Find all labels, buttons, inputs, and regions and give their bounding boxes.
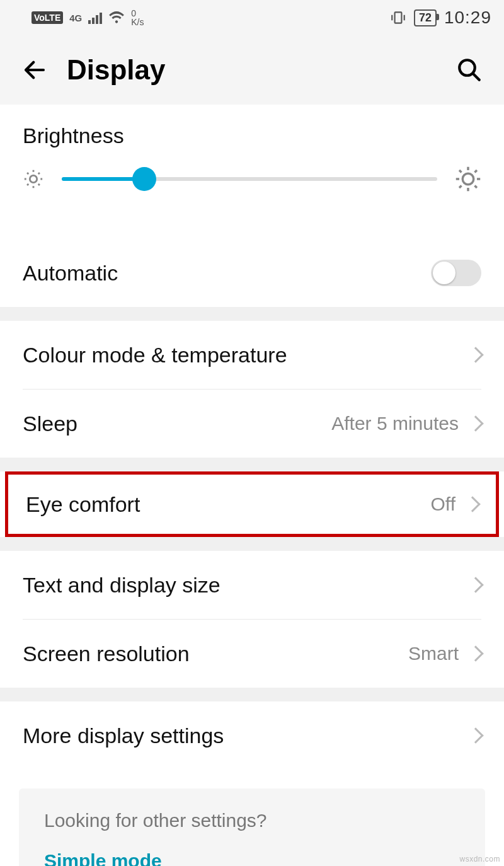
chevron-right-icon <box>467 727 483 743</box>
volte-badge: VoLTE <box>32 11 63 24</box>
app-header: Display <box>0 35 504 105</box>
brightness-slider[interactable] <box>62 177 437 181</box>
automatic-row[interactable]: Automatic <box>0 239 504 307</box>
screen-resolution-label: Screen resolution <box>23 642 408 666</box>
colour-mode-row[interactable]: Colour mode & temperature <box>0 321 504 389</box>
signal-bars-icon <box>88 11 102 24</box>
status-right: 72 10:29 <box>390 8 491 28</box>
wifi-icon <box>108 11 125 25</box>
eye-comfort-label: Eye comfort <box>26 492 431 517</box>
status-left: VoLTE 4G 0 K/s <box>32 9 390 26</box>
brightness-high-icon <box>455 166 481 192</box>
more-display-settings-label: More display settings <box>23 724 465 748</box>
colour-mode-label: Colour mode & temperature <box>23 343 465 367</box>
network-gen: 4G <box>69 13 82 23</box>
page-title: Display <box>67 54 437 86</box>
clock: 10:29 <box>444 8 491 28</box>
footer-question: Looking for other settings? <box>44 810 460 831</box>
vibrate-icon <box>390 9 406 26</box>
brightness-slider-row <box>23 166 481 192</box>
more-display-settings-row[interactable]: More display settings <box>0 701 504 770</box>
chevron-right-icon <box>464 496 480 512</box>
back-icon[interactable] <box>21 57 48 83</box>
automatic-label: Automatic <box>23 261 431 286</box>
chevron-right-icon <box>467 347 483 362</box>
status-bar: VoLTE 4G 0 K/s 72 10:29 <box>0 0 504 35</box>
text-size-row[interactable]: Text and display size <box>0 551 504 619</box>
screen-resolution-row[interactable]: Screen resolution Smart <box>0 620 504 688</box>
footer-card: Looking for other settings? Simple mode <box>19 788 485 866</box>
brightness-section: Brightness Automatic <box>0 105 504 307</box>
eye-comfort-row[interactable]: Eye comfort Off <box>8 475 496 534</box>
sleep-value: After 5 minutes <box>331 413 459 434</box>
eye-comfort-value: Off <box>431 494 455 515</box>
watermark: wsxdn.com <box>459 855 500 863</box>
chevron-right-icon <box>467 415 483 431</box>
network-speed: 0 K/s <box>131 9 144 26</box>
search-icon[interactable] <box>456 57 483 83</box>
text-size-label: Text and display size <box>23 573 465 598</box>
svg-point-3 <box>462 173 474 185</box>
svg-point-2 <box>30 175 37 182</box>
automatic-toggle[interactable] <box>431 260 481 286</box>
eye-comfort-highlight: Eye comfort Off <box>5 471 499 537</box>
svg-rect-0 <box>394 12 401 23</box>
brightness-low-icon <box>23 168 44 190</box>
sleep-row[interactable]: Sleep After 5 minutes <box>0 390 504 458</box>
chevron-right-icon <box>467 645 483 661</box>
simple-mode-link[interactable]: Simple mode <box>44 850 460 866</box>
sleep-label: Sleep <box>23 412 331 436</box>
chevron-right-icon <box>467 577 483 592</box>
screen-resolution-value: Smart <box>408 643 459 664</box>
brightness-label: Brightness <box>23 124 481 148</box>
battery-icon: 72 <box>414 9 437 26</box>
